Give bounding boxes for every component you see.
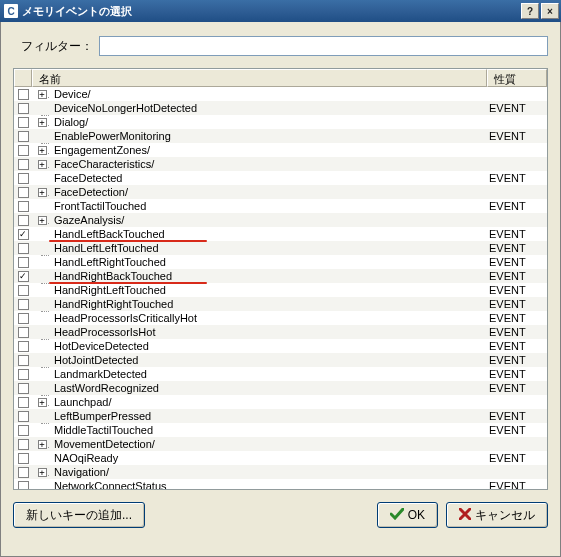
expand-icon[interactable]: +	[38, 146, 47, 155]
checkbox-cell[interactable]	[14, 481, 32, 490]
checkbox[interactable]	[18, 341, 29, 352]
checkbox[interactable]	[18, 425, 29, 436]
list-item[interactable]: MiddleTactilTouchedEVENT	[14, 423, 547, 437]
list-item[interactable]: FrontTactilTouchedEVENT	[14, 199, 547, 213]
checkbox[interactable]	[18, 257, 29, 268]
list-item[interactable]: +GazeAnalysis/	[14, 213, 547, 227]
checkbox[interactable]	[18, 145, 29, 156]
checkbox-cell[interactable]	[14, 439, 32, 450]
list-item[interactable]: HeadProcessorIsHotEVENT	[14, 325, 547, 339]
expand-icon[interactable]: +	[38, 468, 47, 477]
tree-cell[interactable]: +	[32, 468, 52, 477]
cancel-button[interactable]: キャンセル	[446, 502, 548, 528]
checkbox[interactable]	[18, 89, 29, 100]
checkbox-cell[interactable]	[14, 257, 32, 268]
checkbox-cell[interactable]	[14, 425, 32, 436]
checkbox-cell[interactable]	[14, 285, 32, 296]
close-button[interactable]: ×	[541, 3, 559, 19]
checkbox-cell[interactable]	[14, 313, 32, 324]
tree-cell[interactable]: +	[32, 118, 52, 127]
list-item[interactable]: +Device/	[14, 87, 547, 101]
checkbox-cell[interactable]	[14, 327, 32, 338]
list-item[interactable]: DeviceNoLongerHotDetectedEVENT	[14, 101, 547, 115]
checkbox-cell[interactable]	[14, 397, 32, 408]
checkbox[interactable]: ✓	[18, 229, 29, 240]
list-item[interactable]: HandLeftLeftTouchedEVENT	[14, 241, 547, 255]
checkbox[interactable]	[18, 397, 29, 408]
list-item[interactable]: +Navigation/	[14, 465, 547, 479]
checkbox-cell[interactable]	[14, 299, 32, 310]
list-item[interactable]: EnablePowerMonitoringEVENT	[14, 129, 547, 143]
checkbox-cell[interactable]	[14, 243, 32, 254]
checkbox[interactable]	[18, 327, 29, 338]
checkbox[interactable]	[18, 313, 29, 324]
checkbox[interactable]	[18, 355, 29, 366]
checkbox-cell[interactable]	[14, 467, 32, 478]
checkbox[interactable]	[18, 285, 29, 296]
list-item[interactable]: +Launchpad/	[14, 395, 547, 409]
checkbox[interactable]	[18, 243, 29, 254]
list-item[interactable]: NetworkConnectStatusEVENT	[14, 479, 547, 489]
checkbox[interactable]	[18, 117, 29, 128]
help-button[interactable]: ?	[521, 3, 539, 19]
list-item[interactable]: LeftBumperPressedEVENT	[14, 409, 547, 423]
expand-icon[interactable]: +	[38, 216, 47, 225]
checkbox[interactable]	[18, 299, 29, 310]
header-checkbox-col[interactable]	[14, 69, 32, 87]
list-item[interactable]: HandLeftRightTouchedEVENT	[14, 255, 547, 269]
checkbox-cell[interactable]	[14, 355, 32, 366]
checkbox[interactable]	[18, 383, 29, 394]
checkbox-cell[interactable]	[14, 341, 32, 352]
expand-icon[interactable]: +	[38, 398, 47, 407]
tree-cell[interactable]: +	[32, 146, 52, 155]
expand-icon[interactable]: +	[38, 160, 47, 169]
tree-cell[interactable]: +	[32, 188, 52, 197]
checkbox-cell[interactable]	[14, 215, 32, 226]
checkbox-cell[interactable]	[14, 201, 32, 212]
checkbox[interactable]: ✓	[18, 271, 29, 282]
checkbox-cell[interactable]	[14, 383, 32, 394]
filter-input[interactable]	[99, 36, 548, 56]
list-item[interactable]: HeadProcessorIsCriticallyHotEVENT	[14, 311, 547, 325]
checkbox[interactable]	[18, 103, 29, 114]
checkbox-cell[interactable]	[14, 131, 32, 142]
checkbox-cell[interactable]	[14, 187, 32, 198]
checkbox-cell[interactable]	[14, 173, 32, 184]
header-quality[interactable]: 性質	[487, 69, 547, 87]
list-item[interactable]: HandRightRightTouchedEVENT	[14, 297, 547, 311]
list-item[interactable]: ✓HandLeftBackTouchedEVENT	[14, 227, 547, 241]
checkbox-cell[interactable]	[14, 369, 32, 380]
list-item[interactable]: +Dialog/	[14, 115, 547, 129]
list-item[interactable]: HotJointDetectedEVENT	[14, 353, 547, 367]
checkbox[interactable]	[18, 411, 29, 422]
tree-cell[interactable]: +	[32, 160, 52, 169]
checkbox[interactable]	[18, 159, 29, 170]
add-key-button[interactable]: 新しいキーの追加...	[13, 502, 145, 528]
checkbox[interactable]	[18, 439, 29, 450]
tree-cell[interactable]: +	[32, 216, 52, 225]
checkbox[interactable]	[18, 215, 29, 226]
checkbox-cell[interactable]	[14, 159, 32, 170]
tree-cell[interactable]: +	[32, 398, 52, 407]
list-item[interactable]: LandmarkDetectedEVENT	[14, 367, 547, 381]
list-item[interactable]: NAOqiReadyEVENT	[14, 451, 547, 465]
expand-icon[interactable]: +	[38, 188, 47, 197]
list-item[interactable]: HotDeviceDetectedEVENT	[14, 339, 547, 353]
checkbox-cell[interactable]: ✓	[14, 271, 32, 282]
checkbox[interactable]	[18, 173, 29, 184]
checkbox[interactable]	[18, 201, 29, 212]
list-body[interactable]: +Device/DeviceNoLongerHotDetectedEVENT+D…	[14, 87, 547, 489]
checkbox-cell[interactable]	[14, 453, 32, 464]
checkbox[interactable]	[18, 369, 29, 380]
list-item[interactable]: +FaceDetection/	[14, 185, 547, 199]
expand-icon[interactable]: +	[38, 118, 47, 127]
checkbox-cell[interactable]	[14, 411, 32, 422]
checkbox-cell[interactable]	[14, 117, 32, 128]
tree-cell[interactable]: +	[32, 90, 52, 99]
checkbox-cell[interactable]	[14, 89, 32, 100]
tree-cell[interactable]: +	[32, 440, 52, 449]
list-item[interactable]: ✓HandRightBackTouchedEVENT	[14, 269, 547, 283]
list-item[interactable]: LastWordRecognizedEVENT	[14, 381, 547, 395]
expand-icon[interactable]: +	[38, 90, 47, 99]
checkbox-cell[interactable]	[14, 103, 32, 114]
